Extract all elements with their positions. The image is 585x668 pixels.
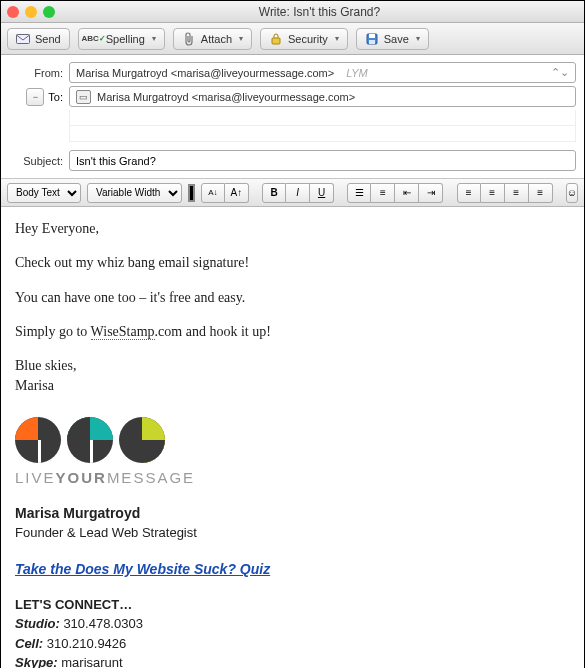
save-icon	[365, 32, 379, 46]
font-size-group: A↓ A↑	[201, 183, 249, 203]
body-signoff: Blue skies, Marisa	[15, 356, 570, 397]
align-group: ≡ ≡ ≡ ≡	[457, 183, 553, 203]
svg-rect-0	[17, 34, 30, 43]
spellcheck-icon: ABC✓	[87, 32, 101, 46]
pie-icon	[67, 417, 113, 463]
to-label: To:	[48, 91, 69, 103]
align-justify-button[interactable]: ≡	[529, 183, 553, 203]
insert-smiley-button[interactable]: ☺	[566, 183, 578, 203]
lock-icon	[269, 32, 283, 46]
save-label: Save	[384, 33, 409, 45]
text-style-group: B I U	[262, 183, 334, 203]
font-family-select[interactable]: Variable Width	[87, 183, 182, 203]
chevron-down-icon: ▾	[416, 34, 420, 43]
contact-card-icon: ▭	[76, 90, 91, 104]
to-field[interactable]: ▭ Marisa Murgatroyd <marisa@liveyourmess…	[69, 86, 576, 107]
to-value: Marisa Murgatroyd <marisa@liveyourmessag…	[97, 91, 355, 103]
from-account-tag: LYM	[346, 67, 368, 79]
decrease-font-button[interactable]: A↓	[201, 183, 225, 203]
main-toolbar: Send ABC✓ Spelling ▾ Attach ▾ Security ▾…	[1, 23, 584, 55]
chevron-down-icon: ▾	[335, 34, 339, 43]
wisestamp-link[interactable]: WiseStamp	[91, 324, 155, 340]
indent-button[interactable]: ⇥	[419, 183, 443, 203]
body-greeting: Hey Everyone,	[15, 219, 570, 239]
bullet-list-button[interactable]: ☰	[347, 183, 371, 203]
send-button[interactable]: Send	[7, 28, 70, 50]
bold-button[interactable]: B	[262, 183, 286, 203]
italic-button[interactable]: I	[286, 183, 310, 203]
contact-block: LET'S CONNECT… Studio: 310.478.0303 Cell…	[15, 595, 570, 668]
message-headers: From: Marisa Murgatroyd <marisa@liveyour…	[1, 55, 584, 179]
security-label: Security	[288, 33, 328, 45]
quiz-link[interactable]: Take the Does My Website Suck? Quiz	[15, 559, 270, 579]
security-button[interactable]: Security ▾	[260, 28, 348, 50]
body-line: Simply go to WiseStamp.com and hook it u…	[15, 322, 570, 342]
chevron-down-icon: ▾	[152, 34, 156, 43]
svg-rect-4	[369, 40, 375, 44]
zoom-window-button[interactable]	[43, 6, 55, 18]
window-titlebar: Write: Isn't this Grand?	[1, 1, 584, 23]
email-signature: LIVEYOURMESSAGE Marisa Murgatroyd Founde…	[15, 417, 570, 668]
format-toolbar: Body Text Variable Width A↓ A↑ B I U ☰ ≡…	[1, 179, 584, 207]
brand-logo	[15, 417, 570, 463]
outdent-button[interactable]: ⇤	[395, 183, 419, 203]
extra-recipient-row[interactable]	[69, 126, 576, 142]
paragraph-style-select[interactable]: Body Text	[7, 183, 81, 203]
minimize-window-button[interactable]	[25, 6, 37, 18]
align-center-button[interactable]: ≡	[481, 183, 505, 203]
spelling-button[interactable]: ABC✓ Spelling ▾	[78, 28, 165, 50]
subject-input[interactable]	[76, 155, 569, 167]
signature-role: Founder & Lead Web Strategist	[15, 524, 570, 543]
window-title: Write: Isn't this Grand?	[61, 5, 578, 19]
signature-name: Marisa Murgatroyd	[15, 503, 570, 523]
from-label: From:	[9, 67, 69, 79]
pie-icon	[119, 417, 165, 463]
align-left-button[interactable]: ≡	[457, 183, 481, 203]
brand-wordmark: LIVEYOURMESSAGE	[15, 467, 570, 489]
chevron-updown-icon: ⌃⌄	[551, 66, 569, 79]
connect-header: LET'S CONNECT…	[15, 595, 570, 615]
send-icon	[16, 32, 30, 46]
svg-rect-1	[272, 38, 280, 44]
paperclip-icon	[182, 32, 196, 46]
increase-font-button[interactable]: A↑	[225, 183, 249, 203]
from-value: Marisa Murgatroyd <marisa@liveyourmessag…	[76, 67, 334, 79]
subject-label: Subject:	[9, 155, 69, 167]
number-list-button[interactable]: ≡	[371, 183, 395, 203]
from-field[interactable]: Marisa Murgatroyd <marisa@liveyourmessag…	[69, 62, 576, 83]
remove-recipient-button[interactable]: −	[26, 88, 44, 106]
body-line: You can have one too – it's free and eas…	[15, 288, 570, 308]
spelling-label: Spelling	[106, 33, 145, 45]
attach-button[interactable]: Attach ▾	[173, 28, 252, 50]
message-body[interactable]: Hey Everyone, Check out my whiz bang ema…	[1, 207, 584, 668]
svg-rect-3	[369, 34, 375, 38]
extra-recipient-row[interactable]	[69, 110, 576, 126]
chevron-down-icon: ▾	[239, 34, 243, 43]
align-right-button[interactable]: ≡	[505, 183, 529, 203]
attach-label: Attach	[201, 33, 232, 45]
list-group: ☰ ≡ ⇤ ⇥	[347, 183, 443, 203]
close-window-button[interactable]	[7, 6, 19, 18]
pie-icon	[15, 417, 61, 463]
save-button[interactable]: Save ▾	[356, 28, 429, 50]
subject-field[interactable]	[69, 150, 576, 171]
body-line: Check out my whiz bang email signature!	[15, 253, 570, 273]
underline-button[interactable]: U	[310, 183, 334, 203]
text-color-swatch[interactable]	[188, 184, 195, 202]
send-label: Send	[35, 33, 61, 45]
